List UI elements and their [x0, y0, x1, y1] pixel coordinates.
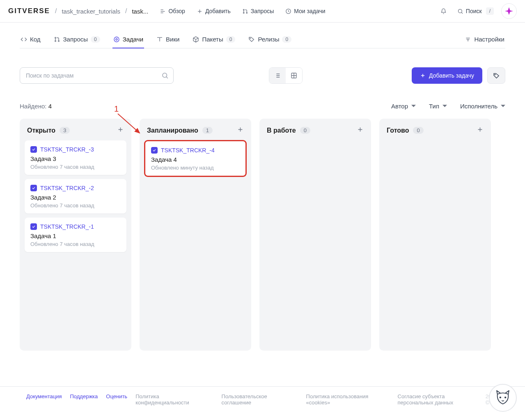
filter-assignee[interactable]: Исполнитель	[460, 103, 505, 110]
column-3: Готово0	[379, 119, 491, 351]
column-2: В работе0	[259, 119, 371, 351]
tab-tasks[interactable]: Задачи	[112, 32, 144, 48]
found-label: Найдено: 4	[20, 103, 52, 110]
tab-packages[interactable]: Пакеты0	[192, 32, 236, 48]
tasks-icon	[113, 36, 120, 43]
nav-search[interactable]: Поиск/	[457, 7, 494, 15]
view-toggle	[269, 67, 303, 84]
logo[interactable]: GITVERSE	[8, 7, 50, 15]
nav-add[interactable]: Добавить	[197, 8, 231, 14]
chevron-down-icon	[442, 104, 447, 108]
svg-point-7	[58, 40, 59, 41]
column-head: Открыто3	[25, 124, 126, 140]
column-add[interactable]	[357, 126, 364, 135]
settings-icon	[465, 36, 471, 43]
tab-settings[interactable]: Настройки	[464, 32, 505, 48]
svg-point-8	[114, 37, 119, 42]
column-title: Запланировано	[147, 127, 198, 134]
footer-personal[interactable]: Согласие субъекта персональных данных	[398, 393, 477, 406]
code-icon	[21, 36, 27, 43]
filter-type[interactable]: Тип	[429, 103, 447, 110]
check-icon	[30, 185, 37, 191]
tag-icon	[248, 36, 255, 43]
column-add[interactable]	[237, 126, 244, 135]
crumb-sep: /	[125, 7, 127, 15]
mascot[interactable]	[489, 384, 517, 412]
column-title: Готово	[387, 127, 409, 134]
plus-icon	[477, 126, 484, 133]
search-wrap	[20, 67, 174, 84]
tab-requests[interactable]: Запросы0	[53, 32, 101, 48]
card-updated: Обновлено 7 часов назад	[30, 202, 121, 209]
tab-wiki[interactable]: Вики	[156, 32, 180, 48]
releases-count: 0	[282, 36, 291, 43]
grid-icon	[291, 72, 297, 79]
footer-cookies[interactable]: Политика использования «cookies»	[306, 393, 372, 406]
filter-author[interactable]: Автор	[391, 103, 416, 110]
pull-request-icon	[54, 36, 60, 43]
add-task-button[interactable]: Добавить задачу	[412, 67, 482, 84]
view-list[interactable]	[269, 68, 286, 83]
card-title: Задача 1	[30, 232, 121, 239]
column-add[interactable]	[117, 126, 124, 135]
tab-code[interactable]: Код	[20, 32, 41, 48]
task-card[interactable]: TSKTSK_TRCKR_-2Задача 2Обновлено 7 часов…	[25, 179, 126, 213]
plus-icon	[357, 126, 364, 133]
check-icon	[30, 146, 37, 153]
plus-icon	[117, 126, 124, 133]
search-input[interactable]	[20, 67, 174, 84]
breadcrumb-repo[interactable]: task...	[132, 8, 148, 15]
check-icon	[30, 223, 37, 230]
requests-count: 0	[91, 36, 100, 43]
svg-point-1	[243, 12, 244, 14]
card-title: Задача 2	[30, 194, 121, 201]
filters: Автор Тип Исполнитель	[391, 103, 505, 110]
view-board[interactable]	[286, 68, 302, 83]
plus-icon	[197, 8, 203, 14]
svg-point-9	[116, 39, 117, 40]
column-count: 0	[413, 127, 423, 134]
plus-icon	[237, 126, 244, 133]
meta-row: Найдено: 4 Автор Тип Исполнитель	[20, 103, 505, 110]
tab-releases[interactable]: Релизы0	[248, 32, 292, 48]
task-card[interactable]: TSKTSK_TRCKR_-4Задача 4Обновлено минуту …	[144, 140, 246, 177]
breadcrumb-project[interactable]: task_tracker_tutorials	[62, 8, 120, 15]
tag-button[interactable]	[487, 67, 505, 84]
card-id: TSKTSK_TRCKR_-2	[30, 185, 121, 191]
search-kbd: /	[486, 7, 494, 15]
nav-requests[interactable]: Запросы	[242, 8, 274, 14]
card-id: TSKTSK_TRCKR_-4	[151, 147, 240, 154]
chevron-down-icon	[411, 104, 416, 108]
footer-support[interactable]: Поддержка	[70, 393, 98, 399]
repo-tabs: Код Запросы0 Задачи Вики Пакеты0 Релизы0…	[20, 32, 505, 48]
top-nav: Обзор Добавить Запросы Мои задачи	[160, 8, 325, 14]
svg-point-13	[495, 74, 495, 74]
nav-overview[interactable]: Обзор	[160, 8, 185, 14]
footer: Документация Поддержка Оценить Политика …	[0, 386, 525, 420]
column-head: Готово0	[384, 124, 486, 140]
footer-docs[interactable]: Документация	[26, 393, 62, 399]
nav-mytasks[interactable]: Мои задачи	[285, 8, 325, 14]
svg-point-2	[246, 12, 248, 14]
svg-point-5	[55, 37, 56, 38]
nav-bell[interactable]	[440, 8, 447, 14]
avatar[interactable]	[501, 3, 517, 19]
mascot-icon	[494, 389, 512, 407]
column-title: Открыто	[27, 127, 55, 134]
column-count: 0	[300, 127, 310, 134]
svg-point-6	[55, 40, 56, 41]
footer-terms[interactable]: Пользовательское соглашение	[222, 393, 280, 406]
column-add[interactable]	[477, 126, 484, 135]
book-icon	[156, 36, 163, 43]
svg-point-15	[504, 397, 506, 398]
footer-rate[interactable]: Оценить	[106, 393, 127, 399]
card-id: TSKTSK_TRCKR_-3	[30, 146, 121, 153]
task-card[interactable]: TSKTSK_TRCKR_-3Задача 3Обновлено 7 часов…	[25, 140, 126, 175]
footer-privacy[interactable]: Политика конфиденциальности	[135, 393, 196, 406]
topbar: GITVERSE / task_tracker_tutorials / task…	[0, 0, 525, 23]
package-icon	[193, 36, 199, 43]
card-updated: Обновлено минуту назад	[151, 165, 240, 171]
board: Открыто3TSKTSK_TRCKR_-3Задача 3Обновлено…	[20, 119, 505, 351]
task-card[interactable]: TSKTSK_TRCKR_-1Задача 1Обновлено 7 часов…	[25, 218, 126, 252]
bell-icon	[440, 8, 447, 14]
